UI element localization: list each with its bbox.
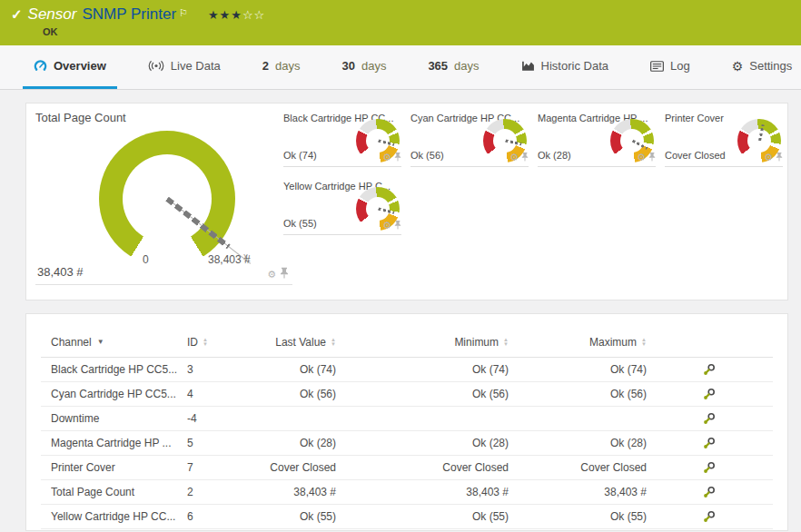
gauge-value: Ok (74) [283,150,317,161]
channel-settings-icon[interactable] [703,486,716,498]
pin-icon[interactable] [394,217,401,233]
channel-last-value: Cover Closed [267,461,336,474]
tab-log[interactable]: Log [639,45,701,89]
stars-empty[interactable]: ☆☆ [242,8,265,22]
channel-id: 5 [187,437,267,449]
pin-icon[interactable] [648,149,656,165]
column-header-id[interactable]: ID▲▼ [187,336,267,349]
gear-icon[interactable]: ⚙ [637,153,646,163]
primary-gauge-card: Total Page Count x 0 38,403 # 38,403 # ⚙ [35,111,292,285]
channel-minimum: 38,403 # [336,486,509,498]
channel-name-link[interactable]: Magenta Cartridge HP ... [51,437,187,449]
channel-settings-icon[interactable] [703,412,716,425]
channel-last-value: Ok (55) [267,510,336,523]
sensor-status-badge: OK [43,26,801,37]
channel-settings-icon[interactable] [703,363,716,376]
channel-maximum: 38,403 # [509,486,647,498]
channel-minimum: Ok (56) [336,388,509,400]
channel-settings-icon[interactable] [703,437,716,449]
channel-last-value: Ok (28) [267,437,336,449]
sensor-header: ✓ Sensor SNMP Printer ⚐ ★★★☆☆ OK [0,0,801,45]
column-header-maximum[interactable]: Maximum▲▼ [509,336,647,349]
log-list-icon [650,61,664,72]
channel-last-value: Ok (56) [267,388,336,400]
channel-settings-icon[interactable] [703,510,716,523]
priority-star-rating[interactable]: ★★★☆☆ [208,8,265,22]
tab-365-days[interactable]: 365days [417,45,490,89]
pin-icon[interactable] [776,149,783,165]
gear-icon[interactable]: ⚙ [509,153,519,163]
tab-settings[interactable]: ⚙ Settings [721,45,801,89]
tab-bar: Overview Live Data 2days 30days 365days … [0,45,801,90]
table-header-row: Channel▼ ID▲▼ Last Value▲▼ Minimum▲▼ Max… [41,327,773,358]
column-header-channel[interactable]: Channel▼ [51,336,187,349]
flag-icon[interactable]: ⚐ [179,7,188,19]
tab-historic-data[interactable]: Historic Data [510,45,619,89]
channel-id: 3 [187,363,267,376]
channel-name-link[interactable]: Total Page Count [51,486,187,498]
tab-30-days[interactable]: 30days [331,45,397,89]
pin-icon[interactable] [521,149,529,165]
table-row: Total Page Count 2 38,403 # 38,403 # 38,… [41,480,773,505]
area-chart-icon [521,60,535,72]
object-type-label: Sensor [28,5,77,24]
tab-live-data[interactable]: Live Data [137,45,232,89]
gauge-title: Total Page Count [35,111,292,124]
channel-gauge-card: Yellow Cartridge HP C... Ok (55) ⚙ [283,179,401,235]
channel-id: 7 [187,461,267,474]
gauge-scale-max: 38,403 # [208,253,251,266]
channel-name-link[interactable]: Downtime [51,412,187,425]
channel-id: 2 [187,486,267,498]
table-row: Magenta Cartridge HP ... 5 Ok (28) Ok (2… [41,431,773,456]
channel-id: 6 [187,510,267,523]
tab-2-days[interactable]: 2days [252,45,312,89]
gear-icon[interactable]: ⚙ [382,221,391,231]
table-row: Printer Cover 7 Cover Closed Cover Close… [41,456,773,480]
channel-minimum: Cover Closed [336,461,509,474]
channel-id: -4 [187,412,267,425]
channel-gauge-card: Magenta Cartridge HP ... Ok (28) ⚙ [538,111,656,167]
channel-settings-icon[interactable] [703,461,716,474]
channel-id: 4 [187,388,267,400]
broadcast-icon [148,60,164,72]
channel-settings-icon[interactable] [703,388,716,400]
gear-icon: ⚙ [732,59,744,74]
column-header-minimum[interactable]: Minimum▲▼ [336,336,509,349]
channel-name-link[interactable]: Printer Cover [51,461,187,474]
channel-maximum: Cover Closed [509,461,647,474]
pin-icon[interactable] [280,266,289,282]
gear-icon[interactable]: ⚙ [382,153,391,163]
sort-icon: ▲▼ [203,338,208,347]
table-row: Cyan Cartridge HP CC5... 4 Ok (56) Ok (5… [41,382,773,407]
channel-minimum: Ok (28) [336,437,509,449]
channel-gauge-card: Cyan Cartridge HP CC... Ok (56) ⚙ [410,111,529,167]
gauge-icon [34,59,47,73]
channel-name-link[interactable]: Cyan Cartridge HP CC5... [51,388,187,400]
table-row: Black Cartridge HP CC5... 3 Ok (74) Ok (… [41,358,773,382]
gauge-value: Ok (56) [410,150,444,161]
channel-minimum: Ok (74) [336,363,509,376]
sort-desc-icon: ▼ [97,338,104,346]
sort-icon: ▲▼ [641,338,647,347]
total-page-count-gauge: x [99,131,235,267]
channel-name-link[interactable]: Yellow Cartridge HP CC... [51,510,187,523]
status-check-icon: ✓ [11,6,23,23]
channel-name-link[interactable]: Black Cartridge HP CC5... [51,363,187,376]
gauge-scale-min: 0 [143,253,149,266]
table-body: Black Cartridge HP CC5... 3 Ok (74) Ok (… [41,358,773,529]
channel-maximum: Ok (28) [509,437,647,449]
gear-icon[interactable]: ⚙ [267,270,276,280]
channel-gauge-card: Black Cartridge HP CC... Ok (74) ⚙ [283,111,401,167]
gear-icon[interactable]: ⚙ [764,153,773,163]
channel-last-value: Ok (74) [267,363,336,376]
gauge-value: Ok (28) [538,150,571,161]
channels-panel: Channel▼ ID▲▼ Last Value▲▼ Minimum▲▼ Max… [25,313,788,531]
pin-icon[interactable] [394,149,401,165]
column-header-last-value[interactable]: Last Value▲▼ [267,336,336,349]
channel-maximum: Ok (55) [509,510,647,523]
tab-overview[interactable]: Overview [23,45,117,89]
sensor-name: SNMP Printer [82,5,176,24]
stars-filled[interactable]: ★★★ [208,8,242,22]
small-gauges-grid: Black Cartridge HP CC... Ok (74) ⚙ Cyan … [283,111,792,235]
channel-maximum: Ok (56) [509,388,647,400]
